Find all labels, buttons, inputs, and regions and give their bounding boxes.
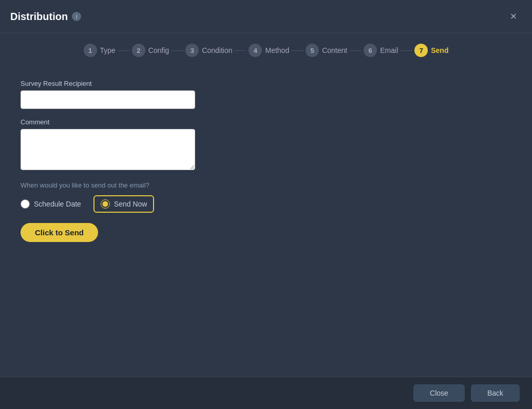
info-icon[interactable]: i: [72, 12, 81, 21]
send-now-option[interactable]: Send Now: [93, 195, 155, 213]
step-3[interactable]: 3 Condition: [185, 44, 232, 57]
step-2-circle: 2: [132, 44, 145, 57]
stepper: 1 Type 2 Config 3 Condition 4 Method 5 C…: [0, 33, 532, 67]
schedule-date-option[interactable]: Schedule Date: [21, 199, 81, 209]
step-2[interactable]: 2 Config: [132, 44, 169, 57]
step-5-circle: 5: [306, 44, 319, 57]
step-4[interactable]: 4 Method: [249, 44, 289, 57]
send-now-label: Send Now: [114, 200, 147, 208]
distribution-modal: Distribution i × 1 Type 2 Config 3 Condi…: [0, 0, 532, 409]
modal-body: Survey Result Recipient Comment When wou…: [0, 67, 532, 377]
step-connector-3: [234, 50, 246, 51]
step-1-circle: 1: [84, 44, 97, 57]
comment-label: Comment: [21, 118, 511, 126]
step-6[interactable]: 6 Email: [364, 44, 398, 57]
step-3-circle: 3: [185, 44, 199, 57]
step-connector-5: [349, 50, 362, 51]
step-4-label: Method: [265, 46, 289, 54]
step-4-circle: 4: [249, 44, 262, 57]
step-7-label: Send: [431, 46, 448, 54]
step-5-label: Content: [322, 46, 347, 54]
comment-group: Comment: [21, 118, 511, 172]
step-connector-1: [118, 50, 130, 51]
modal-footer: Close Back: [0, 377, 532, 409]
footer-close-button[interactable]: Close: [413, 384, 465, 402]
footer-back-button[interactable]: Back: [471, 384, 520, 402]
modal-title: Distribution: [10, 11, 68, 23]
modal-header: Distribution i ×: [0, 0, 532, 33]
step-6-label: Email: [380, 46, 398, 54]
step-2-label: Config: [148, 46, 169, 54]
recipient-group: Survey Result Recipient: [21, 80, 511, 109]
close-icon-button[interactable]: ×: [505, 8, 522, 25]
step-7-circle: 7: [414, 44, 428, 57]
send-now-radio[interactable]: [101, 199, 110, 209]
step-connector-2: [171, 50, 183, 51]
schedule-date-label: Schedule Date: [34, 200, 81, 208]
step-5[interactable]: 5 Content: [306, 44, 347, 57]
step-6-circle: 6: [364, 44, 377, 57]
modal-overlay: Distribution i × 1 Type 2 Config 3 Condi…: [0, 0, 532, 409]
step-3-label: Condition: [202, 46, 232, 54]
step-1-label: Type: [100, 46, 116, 54]
step-7[interactable]: 7 Send: [414, 44, 448, 57]
step-connector-6: [400, 50, 412, 51]
step-connector-4: [291, 50, 303, 51]
timing-question: When would you like to send out the emai…: [21, 181, 511, 189]
schedule-date-radio[interactable]: [21, 199, 30, 209]
recipient-input[interactable]: [21, 90, 195, 109]
modal-title-group: Distribution i: [10, 11, 81, 23]
step-1[interactable]: 1 Type: [84, 44, 116, 57]
recipient-label: Survey Result Recipient: [21, 80, 511, 87]
radio-group: Schedule Date Send Now: [21, 195, 511, 213]
click-to-send-button[interactable]: Click to Send: [21, 223, 98, 242]
comment-textarea[interactable]: [21, 129, 195, 170]
